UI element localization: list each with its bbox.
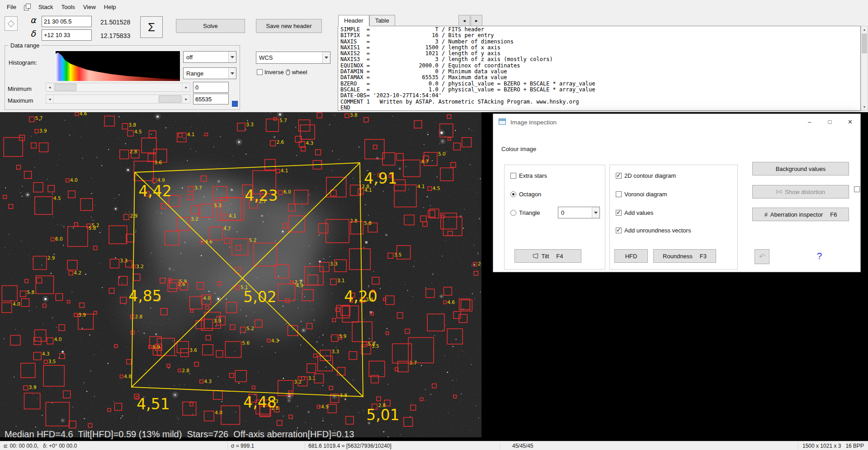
starfield-image[interactable]: 4.94.66.04.13.75.04.92.73.53.14.14.64.05…: [0, 112, 481, 437]
scroll-up-icon[interactable]: ▲: [861, 26, 868, 33]
inverse-wheel-checkbox[interactable]: [257, 69, 263, 75]
add-values-row[interactable]: Add values: [616, 209, 653, 216]
stretch-select[interactable]: off: [183, 51, 236, 63]
fits-header-scrollbar[interactable]: ▲ ▼: [861, 26, 868, 111]
unroundness-checkbox[interactable]: [616, 227, 622, 233]
svg-text:3.9: 3.9: [29, 384, 37, 390]
hfd-button[interactable]: HFD: [614, 249, 648, 263]
maximum-scrollbar[interactable]: ◄ ►: [46, 95, 190, 104]
menu-tools[interactable]: Tools: [57, 1, 79, 13]
maximum-value-input[interactable]: [193, 94, 229, 104]
header-next-button[interactable]: ►: [471, 15, 482, 26]
chevron-down-icon[interactable]: [322, 52, 330, 63]
chevron-down-icon[interactable]: [592, 207, 599, 218]
triangle-radio[interactable]: [510, 210, 516, 216]
extra-stars-checkbox[interactable]: [510, 173, 516, 179]
svg-text:5,01: 5,01: [366, 406, 399, 424]
extra-stars-row[interactable]: Extra stars: [510, 172, 547, 179]
minimize-button[interactable]: –: [799, 114, 820, 130]
contour-row[interactable]: 2D contour diagram: [616, 172, 676, 179]
svg-text:4.9: 4.9: [157, 177, 165, 183]
maximize-button[interactable]: □: [820, 114, 840, 130]
histogram-plot[interactable]: [56, 51, 180, 81]
unroundness-row[interactable]: Add unroundness vectors: [616, 227, 691, 234]
svg-text:3.3: 3.3: [331, 349, 339, 354]
tab-table[interactable]: Table: [369, 15, 395, 26]
inverse-wheel-checkbox-row[interactable]: Inverse wheel: [257, 69, 307, 76]
header-prev-button[interactable]: ◄: [458, 15, 470, 26]
svg-text:4.5: 4.5: [53, 195, 61, 201]
maximum-scroll-thumb[interactable]: [159, 95, 181, 103]
blue-marker[interactable]: [232, 101, 238, 107]
svg-text:5.8: 5.8: [364, 220, 372, 226]
svg-text:3.9: 3.9: [339, 333, 347, 339]
tilt-button[interactable]: Tilt F4: [514, 249, 581, 263]
add-values-checkbox[interactable]: [616, 210, 622, 216]
dec-decimal-value: 12.175833: [100, 32, 130, 39]
triangle-count-select[interactable]: 0: [558, 207, 600, 218]
scroll-right-icon[interactable]: ►: [182, 83, 190, 91]
svg-text:2.6: 2.6: [277, 139, 284, 145]
distortion-checkbox[interactable]: [854, 186, 860, 192]
svg-text:4.6: 4.6: [205, 239, 213, 244]
unroundness-label: Add unroundness vectors: [624, 227, 691, 234]
roundness-button[interactable]: Roundness F3: [653, 249, 716, 263]
dialog-titlebar[interactable]: Image inspection – □ ✕: [493, 114, 860, 130]
fits-header-panel[interactable]: SIMPLE = T / FITS header BITPIX = 16 / B…: [338, 26, 861, 111]
background-values-button[interactable]: Background values: [752, 162, 849, 175]
voronoi-row[interactable]: Voronoi diagram: [616, 191, 667, 198]
ra-input[interactable]: [42, 16, 92, 27]
svg-text:3.7: 3.7: [194, 185, 202, 190]
svg-text:5,02: 5,02: [243, 288, 276, 306]
svg-text:3.8: 3.8: [350, 112, 358, 118]
contour-checkbox[interactable]: [616, 173, 622, 179]
scroll-down-icon[interactable]: ▼: [861, 104, 868, 110]
minimum-scrollbar[interactable]: ◄ ►: [46, 83, 190, 92]
dialog-title: Image inspection: [510, 119, 557, 126]
scroll-right-icon[interactable]: ►: [182, 95, 190, 103]
distortion-icon: [776, 189, 782, 194]
menu-file[interactable]: File: [3, 1, 20, 13]
svg-text:4,48: 4,48: [243, 393, 276, 411]
scroll-left-icon[interactable]: ◄: [46, 95, 54, 103]
scroll-left-icon[interactable]: ◄: [46, 83, 54, 91]
menu-view[interactable]: View: [79, 1, 100, 13]
close-icon[interactable]: ✕: [840, 114, 860, 130]
svg-text:6.0: 6.0: [55, 236, 63, 242]
solve-button[interactable]: Solve: [176, 19, 245, 33]
range-select-value: Range: [184, 70, 228, 77]
dec-input[interactable]: [42, 29, 92, 41]
save-new-header-button[interactable]: Save new header: [256, 19, 322, 33]
fits-scroll-thumb[interactable]: [862, 33, 867, 53]
octagon-label: Octagon: [519, 191, 541, 198]
wcs-select-value: WCS: [256, 54, 322, 61]
aberration-inspector-button[interactable]: # Aberration inspector F6: [752, 208, 849, 221]
svg-text:5.9: 5.9: [152, 344, 160, 350]
voronoi-checkbox[interactable]: [616, 191, 622, 197]
undo-button[interactable]: ↶: [755, 249, 769, 264]
svg-text:4.0: 4.0: [203, 295, 211, 301]
minimum-label: Minimum: [8, 85, 32, 92]
top-panel: File Stack Tools View Help α 21.501528 δ…: [0, 0, 868, 112]
octagon-radio[interactable]: [510, 191, 516, 197]
minimum-scroll-thumb[interactable]: [55, 84, 76, 91]
chevron-down-icon[interactable]: [228, 52, 236, 62]
navigation-button[interactable]: [5, 16, 18, 31]
octagon-row[interactable]: Octagon: [510, 191, 541, 198]
svg-text:4,20: 4,20: [344, 288, 377, 305]
minimum-value-input[interactable]: [193, 82, 229, 93]
svg-text:5.7: 5.7: [35, 115, 43, 121]
chevron-down-icon[interactable]: [228, 68, 236, 79]
range-select[interactable]: Range: [183, 67, 236, 79]
help-link[interactable]: ?: [817, 251, 822, 261]
menu-help[interactable]: Help: [100, 1, 120, 13]
show-distortion-label: Show distortion: [785, 189, 825, 195]
svg-text:5.2: 5.2: [249, 237, 257, 243]
triangle-row[interactable]: Triangle: [510, 209, 540, 216]
wcs-select[interactable]: WCS: [256, 52, 330, 64]
sigma-button[interactable]: Σ: [140, 16, 163, 38]
menu-stack[interactable]: Stack: [34, 1, 57, 13]
show-distortion-button[interactable]: Show distortion: [752, 185, 849, 199]
tab-header[interactable]: Header: [338, 15, 369, 26]
stack-pages-icon[interactable]: [24, 4, 31, 10]
